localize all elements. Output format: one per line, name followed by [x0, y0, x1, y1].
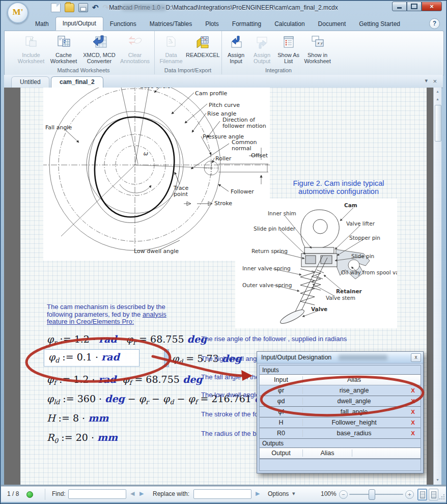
redacted-blur — [122, 5, 166, 11]
zoom-out-button[interactable]: − — [339, 490, 348, 499]
equation-stroke[interactable]: H := 8 · mm — [47, 412, 108, 424]
find-prev-icon[interactable]: ◀ — [130, 490, 134, 497]
zoom-in-button[interactable]: + — [405, 490, 414, 499]
dialog-title-bar[interactable]: Input/Output Designation x — [257, 352, 423, 363]
options-caret-icon[interactable]: ▾ — [292, 490, 295, 497]
alias-cell[interactable]: dwell_angle — [303, 398, 405, 405]
figure2-caption: Figure 2. Cam inside typical automotive … — [283, 179, 394, 195]
window-title: Mathcad Prime 1.0 - D:\Mathcad\Integrati… — [1, 4, 446, 11]
scroll-up-icon[interactable]: ▲ — [434, 95, 441, 103]
group-label: Data Import/Export — [154, 67, 221, 73]
converter-icon — [80, 33, 119, 52]
clear-annotations-button: Clear Annotations — [119, 33, 151, 64]
tab-plots[interactable]: Plots — [199, 18, 226, 31]
tab-math[interactable]: Math — [29, 18, 55, 31]
scroll-down-icon[interactable]: ▼ — [434, 476, 441, 484]
table-row[interactable]: H Follower_height X — [260, 417, 421, 428]
table-row[interactable]: φd dwell_angle X — [260, 396, 421, 407]
replace-go-icon[interactable]: ▶ — [256, 490, 260, 497]
table-row[interactable]: φf fall_angle X — [260, 407, 421, 417]
cam-label-trace-point: Trace point — [174, 185, 195, 198]
equation-dwell-angle-selected[interactable]: φd := 0.1 · rad — [44, 349, 139, 367]
cam-label-base-circle: Base circle — [140, 88, 171, 90]
dialog-close-button[interactable]: x — [411, 353, 421, 362]
vertical-scrollbar[interactable]: ▲ ▲ ▼ — [433, 88, 441, 485]
xmcd-mcd-converter-button[interactable]: XMCD, MCD Converter — [80, 33, 119, 64]
window-controls: × — [392, 2, 442, 11]
cache-worksheet-button[interactable]: Cache Worksheet — [47, 33, 80, 64]
alias-cell[interactable]: Follower_height — [303, 419, 405, 426]
resize-grip[interactable] — [438, 494, 444, 500]
doc-tabs-dropdown-icon[interactable]: ▾ — [425, 77, 428, 84]
io-designation-dialog[interactable]: Input/Output Designation x Inputs Input … — [257, 351, 424, 473]
tab-getting-started[interactable]: Getting Started — [352, 18, 407, 31]
cam-label-common-normal: Common normal — [232, 139, 261, 152]
remove-row-button[interactable]: X — [405, 398, 421, 404]
equation-rise-angle[interactable]: φr := 1.2 · rad φr = 68.755 deg — [47, 333, 207, 346]
remove-row-button[interactable]: X — [405, 409, 421, 415]
table-row[interactable]: φr rise_angle X — [260, 385, 421, 396]
remove-row-button[interactable]: X — [405, 419, 421, 426]
tab-formatting[interactable]: Formatting — [226, 18, 268, 31]
equation-selection-handle[interactable] — [164, 349, 169, 367]
show-in-worksheet-icon: x y — [301, 33, 333, 52]
cam-label-direction: Direction of follower motion — [222, 117, 269, 129]
tab-input-output[interactable]: Input/Output — [55, 17, 103, 31]
draft-view-button[interactable] — [429, 489, 438, 500]
document-tab-bar: Untitled cam_final_2 ▾ × — [4, 75, 443, 88]
zoom-slider-track[interactable] — [349, 494, 403, 495]
redacted-blur — [339, 355, 387, 360]
page-view-button[interactable] — [417, 489, 427, 500]
tab-calculation[interactable]: Calculation — [268, 18, 311, 31]
zoom-slider-thumb[interactable] — [369, 489, 375, 500]
group-integration: Assign Input Assign Output Show As List … — [221, 31, 336, 74]
assign-output-button: Assign Output — [248, 33, 275, 64]
alias-cell[interactable]: base_radius — [303, 430, 405, 437]
table-row[interactable]: R0 base_radius X — [260, 428, 421, 438]
find-next-icon[interactable]: ▶ — [139, 490, 144, 497]
inputs-table: Input Alias φr rise_angle X φd dwell_ang… — [260, 374, 421, 439]
tab-matrices-tables[interactable]: Matrices/Tables — [143, 18, 199, 31]
input-tag: In. — [46, 344, 50, 349]
options-button[interactable]: Options — [268, 490, 289, 497]
alias-cell[interactable]: rise_angle — [303, 387, 405, 394]
readexcel-button[interactable]: READEXCEL — [186, 33, 219, 64]
tab-functions[interactable]: Functions — [103, 18, 143, 31]
inputs-header-row: Input Alias — [260, 375, 421, 385]
output-alias-column-header: Alias — [303, 450, 352, 457]
input-cell: H — [260, 419, 303, 426]
readexcel-icon — [186, 33, 219, 52]
replace-label: Replace with: — [153, 490, 189, 497]
ribbon-tab-bar: Math Input/Output Functions Matrices/Tab… — [29, 17, 407, 31]
calc-status-icon — [26, 491, 33, 498]
find-input[interactable] — [68, 489, 126, 499]
remove-row-button[interactable]: X — [405, 430, 421, 436]
valve-label-inner-shim: Inner shim — [268, 211, 296, 216]
scrollbar-thumb[interactable] — [435, 105, 441, 142]
replace-input[interactable] — [193, 489, 252, 499]
title-bar: M' ↶ ↷ Mathcad Prime 1.0 - D:\Mathcad\In… — [1, 0, 446, 15]
tab-document[interactable]: Document — [312, 18, 353, 31]
maximize-button[interactable] — [407, 2, 422, 11]
alias-cell[interactable]: fall_angle — [303, 408, 405, 415]
cam-label-low-dwell-angle: Low dwell angle — [134, 248, 179, 255]
cam-label-follower: Follower — [231, 189, 254, 195]
close-button[interactable]: × — [422, 2, 442, 11]
valve-label-slide-pin-holder: Slide pin holder — [254, 226, 295, 232]
input-cell: φf — [260, 408, 303, 415]
help-button[interactable]: ? — [429, 18, 440, 29]
cam-label-pitch-curve: Pitch curve — [209, 102, 240, 108]
show-as-list-button[interactable]: Show As List — [275, 33, 301, 64]
doc-tab-close-icon[interactable]: × — [433, 77, 437, 85]
group-data-import-export: Data Filename READEXCEL Data Import/Expo… — [154, 31, 222, 74]
minimize-button[interactable] — [392, 2, 407, 11]
outputs-header-row: Output Alias — [260, 448, 421, 459]
assign-input-button[interactable]: Assign Input — [224, 33, 248, 64]
equation-fall-angle[interactable]: φf := 1.2 · rad φf = 68.755 deg — [47, 374, 203, 386]
app-logo-button[interactable]: M' — [7, 2, 29, 23]
data-filename-button: Data Filename — [156, 33, 186, 64]
show-in-worksheet-button[interactable]: x y Show in Worksheet — [301, 33, 333, 64]
remove-row-button[interactable]: X — [405, 387, 421, 394]
scroll-split-icon[interactable]: ▲ — [434, 88, 441, 95]
equation-base-radius[interactable]: R0 := 20 · mm — [47, 432, 118, 444]
